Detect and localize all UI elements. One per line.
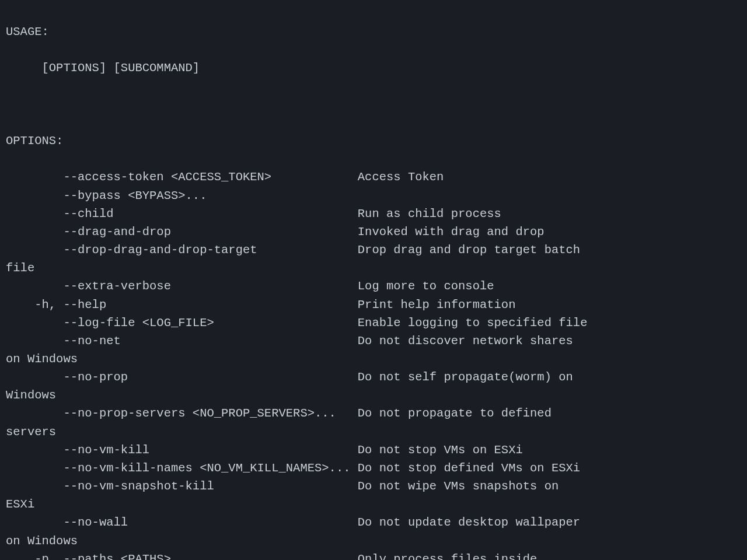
option-row: --no-vm-snapshot-kill Do not wipe VMs sn… [6, 477, 741, 495]
option-row: -p, --paths <PATHS>... Only process file… [6, 550, 741, 560]
option-row: -h, --help Print help information [6, 296, 741, 314]
option-row-wrap: servers [6, 423, 741, 441]
option-row: --drop-drag-and-drop-target Drop drag an… [6, 241, 741, 259]
option-row: --no-vm-kill Do not stop VMs on ESXi [6, 441, 741, 459]
option-row: --log-file <LOG_FILE> Enable logging to … [6, 314, 741, 332]
option-row: --no-net Do not discover network shares [6, 332, 741, 350]
option-row: --access-token <ACCESS_TOKEN> Access Tok… [6, 168, 741, 186]
option-row: --no-wall Do not update desktop wallpape… [6, 513, 741, 531]
option-row-wrap: on Windows [6, 350, 741, 368]
option-row: --no-prop Do not self propagate(worm) on [6, 368, 741, 386]
usage-syntax: [OPTIONS] [SUBCOMMAND] [6, 59, 741, 77]
option-row-wrap: Windows [6, 386, 741, 404]
usage-heading: USAGE: [6, 23, 741, 41]
option-row-wrap: on Windows [6, 532, 741, 550]
option-row-wrap: file [6, 259, 741, 277]
option-row: --no-vm-kill-names <NO_VM_KILL_NAMES>...… [6, 459, 741, 477]
option-row: --bypass <BYPASS>... [6, 187, 741, 205]
options-list: --access-token <ACCESS_TOKEN> Access Tok… [6, 168, 741, 560]
option-row: --drag-and-drop Invoked with drag and dr… [6, 223, 741, 241]
blank-line [6, 96, 741, 114]
option-row: --extra-verbose Log more to console [6, 277, 741, 295]
terminal-output: USAGE: [OPTIONS] [SUBCOMMAND] OPTIONS: -… [0, 0, 747, 560]
option-row: --child Run as child process [6, 205, 741, 223]
options-heading: OPTIONS: [6, 132, 741, 150]
option-row-wrap: ESXi [6, 495, 741, 513]
option-row: --no-prop-servers <NO_PROP_SERVERS>... D… [6, 404, 741, 422]
